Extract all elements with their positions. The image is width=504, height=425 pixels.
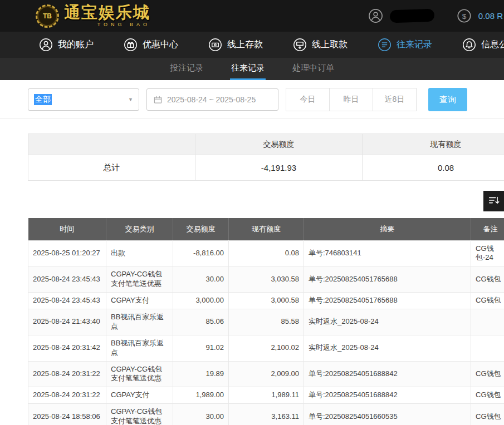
- sort-button[interactable]: [483, 191, 504, 211]
- sort-icon: [488, 194, 500, 208]
- nav-item-deposit[interactable]: 线上存款: [208, 38, 263, 52]
- cell: 实时返水_2025-08-24: [304, 309, 471, 335]
- user-icon: [39, 38, 53, 52]
- calendar-icon: [154, 96, 162, 104]
- logo-chip-text: TB: [43, 12, 52, 20]
- cell: 单号:202508254051765688: [304, 293, 471, 309]
- cell: BB视讯百家乐返点: [106, 335, 173, 361]
- cell: 1,989.11: [229, 387, 304, 404]
- cell: 91.02: [173, 335, 229, 361]
- cell: 2,100.02: [229, 335, 304, 361]
- cell: CGPAY支付: [106, 293, 173, 309]
- cell: 2025-08-24 20:31:42: [28, 335, 106, 361]
- cell: [471, 335, 504, 361]
- cell: 0.08: [229, 240, 304, 266]
- cell: BB视讯百家乐返点: [106, 309, 173, 335]
- balance-amount: 0.08 R: [478, 11, 503, 21]
- table-row: 2025-08-24 21:43:40BB视讯百家乐返点85.0685.58实时…: [28, 309, 504, 335]
- nav-label: 线上存款: [227, 39, 263, 51]
- summary-total-row: 总计 -4,191.93 0.08: [28, 155, 504, 181]
- table-row: 2025-08-24 23:45:43CGPAY-CG钱包支付笔笔送优惠30.0…: [28, 266, 504, 293]
- cell: CG钱包: [471, 361, 504, 387]
- tab-betting-records[interactable]: 投注记录: [169, 58, 204, 80]
- nav-item-withdraw[interactable]: 线上取款: [293, 38, 348, 52]
- main-nav: 我的账户优惠中心线上存款线上取款往来记录信息公告: [0, 32, 504, 58]
- page: TB 通宝娱乐城 TONG BAO $ 0.08 R: [0, 0, 504, 425]
- quick-range-button-0[interactable]: 今日: [286, 88, 330, 111]
- sub-nav: 投注记录往来记录处理中订单: [0, 58, 504, 80]
- quick-range-button-2[interactable]: 近8日: [373, 88, 417, 111]
- table-row: 2025-08-24 20:31:42BB视讯百家乐返点91.022,100.0…: [28, 335, 504, 361]
- cell: 实时返水_2025-08-24: [304, 335, 471, 361]
- summary-total-label: 总计: [28, 155, 195, 181]
- table-row: 2025-08-24 18:58:06CGPAY-CG钱包支付笔笔送优惠30.0…: [28, 404, 504, 425]
- cell: 85.58: [229, 309, 304, 335]
- nav-item-promotions[interactable]: 优惠中心: [124, 38, 178, 52]
- search-button[interactable]: 查询: [428, 88, 467, 111]
- cell: 1,989.00: [173, 387, 229, 404]
- summary-header-balance: 现有额度: [363, 134, 504, 155]
- cell: 2025-08-24 20:31:22: [28, 361, 106, 387]
- cell: 3,000.00: [173, 293, 229, 309]
- logo[interactable]: TB 通宝娱乐城 TONG BAO: [36, 4, 150, 28]
- cell: CG钱包: [471, 387, 504, 404]
- nav-label: 往来记录: [397, 39, 432, 51]
- table-row: 2025-08-24 23:45:43CGPAY支付3,000.003,000.…: [28, 293, 504, 309]
- user-avatar-icon[interactable]: [368, 8, 383, 23]
- records-header-4: 摘要: [304, 218, 471, 240]
- nav-label: 信息公告: [481, 39, 504, 51]
- nav-item-announcements[interactable]: 信息公告: [462, 38, 504, 52]
- records-header-5: 备注: [471, 218, 504, 240]
- topbar: TB 通宝娱乐城 TONG BAO $ 0.08 R: [0, 0, 504, 32]
- quick-range-button-1[interactable]: 昨日: [329, 88, 373, 111]
- records-header-0: 时间: [28, 218, 106, 240]
- cell: 3,000.58: [229, 293, 304, 309]
- table-row: 2025-08-24 20:31:22CGPAY支付1,989.001,989.…: [28, 387, 504, 404]
- cell: 85.06: [173, 309, 229, 335]
- cell: CG钱包: [471, 404, 504, 425]
- cell: -8,816.00: [173, 240, 229, 266]
- cell: 单号:746803141: [304, 240, 471, 266]
- logo-subtitle: TONG BAO: [64, 22, 150, 27]
- summary-header-row: 交易额度 现有额度: [28, 134, 504, 155]
- nav-label: 优惠中心: [143, 39, 178, 51]
- dollar-icon: $: [457, 8, 472, 23]
- summary-header-empty: [28, 134, 195, 155]
- cell: 出款: [106, 240, 173, 266]
- cell: 2,009.00: [229, 361, 304, 387]
- tab-transaction-records[interactable]: 往来记录: [230, 58, 266, 80]
- records-header-3: 现有额度: [229, 218, 304, 240]
- svg-text:$: $: [462, 12, 467, 21]
- nav-item-account[interactable]: 我的账户: [39, 38, 94, 52]
- logo-chip-icon: TB: [36, 4, 59, 28]
- summary-total-transaction: -4,191.93: [195, 155, 363, 181]
- records-table: 时间交易类别交易额度现有额度摘要备注 2025-08-25 01:20:27出款…: [28, 218, 504, 425]
- summary-table: 交易额度 现有额度 总计 -4,191.93 0.08: [28, 134, 504, 181]
- nav-item-records[interactable]: 往来记录: [378, 38, 432, 52]
- divider: [0, 118, 504, 119]
- cell: 2025-08-24 18:58:06: [28, 404, 106, 425]
- cell: 19.89: [173, 361, 229, 387]
- tab-processing-orders[interactable]: 处理中订单: [291, 58, 335, 80]
- cell: CG钱包: [471, 293, 504, 309]
- cell: CGPAY-CG钱包支付笔笔送优惠: [106, 404, 173, 425]
- cell: CG钱包: [471, 266, 504, 293]
- logo-name: 通宝娱乐城: [64, 4, 150, 21]
- cell: 2025-08-24 23:45:43: [28, 266, 106, 293]
- filter-bar: 全部 ▼ 2025-08-24 ~ 2025-08-25 今日昨日近8日 查询: [28, 88, 504, 111]
- logo-text: 通宝娱乐城 TONG BAO: [64, 4, 150, 27]
- cell: 3,163.11: [229, 404, 304, 425]
- records-header-2: 交易额度: [173, 218, 229, 240]
- type-dropdown[interactable]: 全部 ▼: [28, 88, 139, 111]
- records-icon: [378, 38, 392, 52]
- cell: 单号:202508254051660535: [304, 404, 471, 425]
- chevron-down-icon: ▼: [128, 97, 133, 102]
- date-range-picker[interactable]: 2025-08-24 ~ 2025-08-25: [146, 88, 278, 111]
- gift-icon: [124, 38, 138, 52]
- cell: 单号:202508254051688842: [304, 387, 471, 404]
- censored-username: [389, 9, 434, 23]
- date-range-value: 2025-08-24 ~ 2025-08-25: [167, 95, 256, 104]
- topbar-right: $ 0.08 R: [368, 8, 504, 23]
- nav-label: 我的账户: [58, 39, 94, 51]
- cell: CGPAY-CG钱包支付笔笔送优惠: [106, 266, 173, 293]
